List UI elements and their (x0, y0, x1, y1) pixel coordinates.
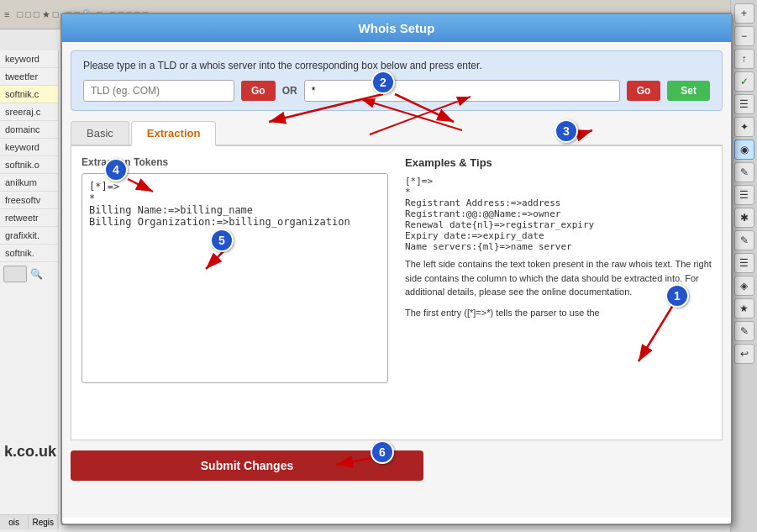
tab-whois[interactable]: ois (0, 515, 29, 529)
toolbar-btn-minus[interactable]: − (734, 26, 754, 46)
set-button[interactable]: Set (667, 81, 710, 101)
toolbar-btn-add[interactable]: + (734, 3, 754, 24)
dialog-title: Whois Setup (359, 21, 435, 35)
sidebar-search-input[interactable] (3, 266, 27, 282)
sidebar-search-icon[interactable]: 🔍 (30, 268, 43, 280)
toolbar-btn-circle[interactable]: ◉ (734, 140, 754, 160)
toolbar-btn-up[interactable]: ↑ (734, 49, 754, 69)
tab-registrar[interactable]: Regis (29, 515, 58, 529)
tabs-row: Basic Extraction (71, 121, 723, 146)
sidebar-item-keyword1[interactable]: keyword (0, 50, 58, 68)
dialog-body: Please type in a TLD or a whois server i… (62, 42, 731, 518)
sidebar-search-area: 🔍 (0, 262, 58, 286)
extraction-panel: Extraction Tokens [*]=>\n*\nBilling Name… (81, 156, 388, 429)
tips-para1: The left side contains the text token pr… (405, 257, 712, 299)
extraction-textarea[interactable]: [*]=>\n*\nBilling Name:=>billing_name\nB… (81, 173, 388, 383)
toolbar-btn-list2[interactable]: ☰ (734, 185, 754, 205)
sidebar-item-grafix[interactable]: grafixkit. (0, 227, 58, 245)
sidebar-item-tweetfer[interactable]: tweetfer (0, 68, 58, 86)
toolbar-btn-edit1[interactable]: ✎ (734, 162, 754, 182)
go-button-2[interactable]: Go (627, 81, 661, 101)
tips-panel: Examples & Tips [*]=>* Registrant Addres… (405, 156, 712, 429)
bottom-tabs: ois Regis (0, 514, 58, 529)
sidebar-item-softnik3[interactable]: softnik. (0, 245, 58, 262)
tips-title: Examples & Tips (405, 156, 712, 169)
tokens-label: Extraction Tokens (81, 156, 388, 168)
tips-para2: The first entry ([*]=>*) tells the parse… (405, 306, 712, 320)
sidebar-item-sreeraj[interactable]: sreeraj.c (0, 103, 58, 121)
instruction-box: Please type in a TLD or a whois server i… (71, 50, 723, 111)
dialog-titlebar: Whois Setup (62, 14, 731, 42)
sidebar-item-freesoft[interactable]: freesoftv (0, 192, 58, 209)
tab-basic[interactable]: Basic (71, 121, 129, 145)
server-input[interactable] (304, 80, 620, 102)
tab-extraction[interactable]: Extraction (131, 121, 217, 146)
tab-content: Extraction Tokens [*]=>\n*\nBilling Name… (71, 146, 723, 440)
submit-button[interactable]: Submit Changes (71, 450, 423, 481)
toolbar-btn-check[interactable]: ✓ (734, 71, 754, 92)
toolbar-btn-edit3[interactable]: ✎ (734, 321, 754, 341)
toolbar-btn-list3[interactable]: ☰ (734, 253, 754, 273)
toolbar-btn-list[interactable]: ☰ (734, 94, 754, 114)
right-toolbar: + − ↑ ✓ ☰ ✦ ◉ ✎ ☰ ✱ ✎ ☰ ◈ ★ ✎ ↩ (730, 0, 757, 532)
sidebar-item-softnik2[interactable]: softnik.o (0, 156, 58, 174)
toolbar-btn-diamond[interactable]: ◈ (734, 276, 754, 296)
tld-input[interactable] (83, 80, 234, 102)
toolbar-btn-edit2[interactable]: ✎ (734, 230, 754, 250)
whois-setup-dialog: Whois Setup Please type in a TLD or a wh… (60, 13, 733, 525)
domain-text-large: k.co.uk (4, 443, 56, 461)
toolbar-btn-star[interactable]: ✦ (734, 117, 754, 137)
tips-code: [*]=>* Registrant Address:=>address Regi… (405, 176, 712, 252)
sidebar-item-retweet[interactable]: retweetr (0, 209, 58, 227)
go-button-1[interactable]: Go (241, 81, 276, 101)
sidebar-item-softnik1[interactable]: softnik.c (0, 86, 58, 103)
sidebar-item-domainc[interactable]: domainc (0, 121, 58, 139)
sidebar-item-anil[interactable]: anilkum (0, 174, 58, 192)
toolbar-btn-star2[interactable]: ★ (734, 298, 754, 319)
sidebar-item-keyword2[interactable]: keyword (0, 139, 58, 156)
instruction-text: Please type in a TLD or a whois server i… (83, 60, 710, 71)
input-row: Go OR Go Set (83, 80, 710, 102)
toolbar-btn-gear[interactable]: ✱ (734, 208, 754, 228)
toolbar-btn-return[interactable]: ↩ (734, 344, 754, 364)
or-label: OR (282, 85, 297, 97)
